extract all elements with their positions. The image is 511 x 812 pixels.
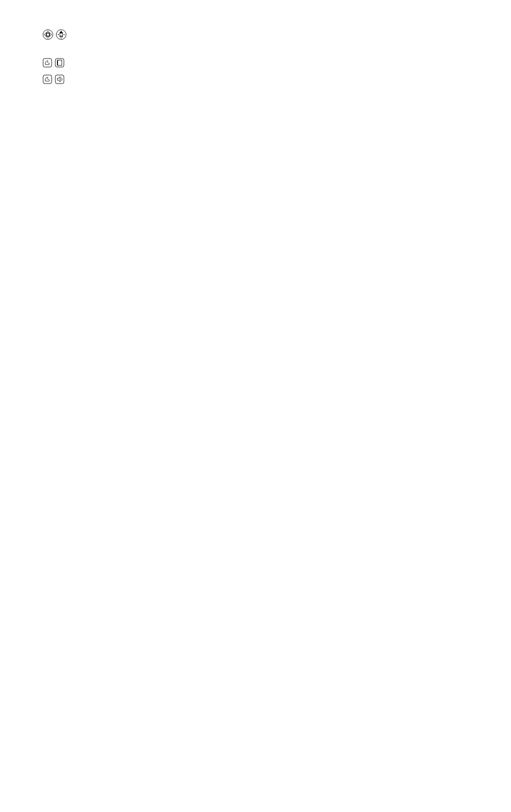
svg-rect-6 bbox=[43, 59, 52, 67]
talk-key-icon bbox=[43, 74, 52, 84]
svg-rect-10 bbox=[43, 75, 52, 84]
talk-key-icon bbox=[43, 58, 52, 68]
nav-key-icon bbox=[43, 29, 53, 40]
svg-rect-5 bbox=[60, 34, 63, 36]
svg-rect-1 bbox=[47, 34, 50, 36]
svg-rect-11 bbox=[55, 75, 64, 84]
section2-p3 bbox=[43, 73, 479, 86]
svg-point-3 bbox=[58, 34, 59, 35]
svg-rect-7 bbox=[55, 59, 64, 67]
svg-rect-8 bbox=[57, 60, 62, 65]
handsfree-key-icon bbox=[55, 74, 64, 84]
section1-paragraph bbox=[43, 29, 479, 42]
section2-p2 bbox=[43, 56, 479, 69]
svg-point-4 bbox=[63, 34, 64, 35]
phonebook-key-icon bbox=[55, 58, 64, 68]
nav-up-key-icon bbox=[56, 29, 67, 40]
